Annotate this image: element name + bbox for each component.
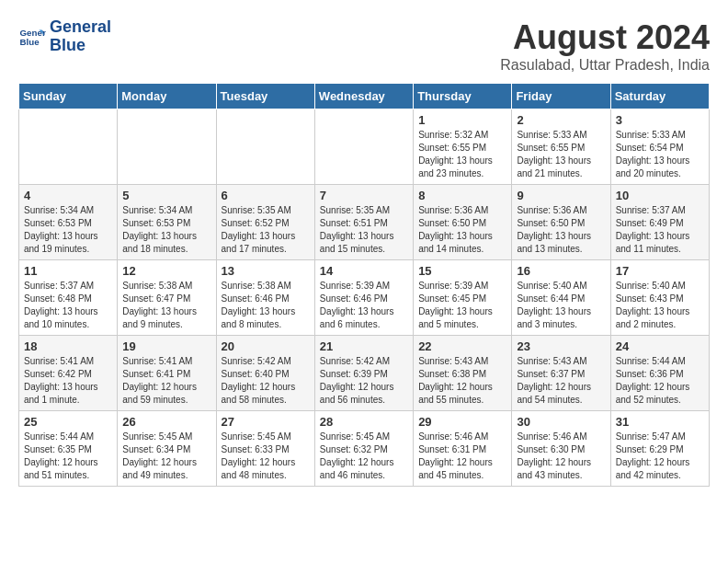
calendar-table: SundayMondayTuesdayWednesdayThursdayFrid… (18, 83, 710, 487)
day-number: 11 (24, 264, 112, 278)
day-info: Sunrise: 5:34 AM Sunset: 6:53 PM Dayligh… (122, 204, 210, 256)
day-number: 2 (517, 113, 605, 127)
day-number: 1 (418, 113, 506, 127)
calendar-cell: 2Sunrise: 5:33 AM Sunset: 6:55 PM Daylig… (512, 109, 610, 185)
day-info: Sunrise: 5:37 AM Sunset: 6:49 PM Dayligh… (616, 204, 704, 256)
calendar-cell: 4Sunrise: 5:34 AM Sunset: 6:53 PM Daylig… (19, 185, 118, 260)
calendar-cell (19, 109, 118, 185)
day-info: Sunrise: 5:35 AM Sunset: 6:51 PM Dayligh… (320, 204, 408, 256)
title-section: August 2024 Rasulabad, Uttar Pradesh, In… (500, 18, 710, 74)
calendar-cell: 26Sunrise: 5:45 AM Sunset: 6:34 PM Dayli… (118, 411, 216, 487)
calendar-cell: 17Sunrise: 5:40 AM Sunset: 6:43 PM Dayli… (610, 260, 709, 336)
calendar-cell: 27Sunrise: 5:45 AM Sunset: 6:33 PM Dayli… (216, 411, 314, 487)
day-number: 4 (24, 189, 112, 202)
calendar-cell: 31Sunrise: 5:47 AM Sunset: 6:29 PM Dayli… (610, 411, 709, 487)
day-info: Sunrise: 5:47 AM Sunset: 6:29 PM Dayligh… (616, 431, 704, 482)
day-info: Sunrise: 5:37 AM Sunset: 6:48 PM Dayligh… (24, 280, 112, 331)
day-number: 31 (616, 415, 704, 429)
day-info: Sunrise: 5:35 AM Sunset: 6:52 PM Dayligh… (222, 204, 310, 256)
day-number: 13 (222, 264, 310, 278)
calendar-cell (314, 109, 413, 185)
day-info: Sunrise: 5:45 AM Sunset: 6:33 PM Dayligh… (222, 431, 310, 482)
logo-text: General Blue (50, 18, 111, 55)
day-number: 7 (320, 189, 408, 202)
svg-text:Blue: Blue (20, 37, 40, 47)
day-number: 6 (222, 189, 310, 202)
day-number: 9 (517, 189, 605, 202)
calendar-cell: 5Sunrise: 5:34 AM Sunset: 6:53 PM Daylig… (118, 185, 216, 260)
day-number: 5 (122, 189, 210, 202)
weekday-header-monday: Monday (118, 84, 216, 109)
calendar-week-row: 25Sunrise: 5:44 AM Sunset: 6:35 PM Dayli… (19, 411, 710, 487)
day-info: Sunrise: 5:45 AM Sunset: 6:34 PM Dayligh… (122, 431, 210, 482)
calendar-cell: 20Sunrise: 5:42 AM Sunset: 6:40 PM Dayli… (216, 336, 314, 411)
day-number: 25 (24, 415, 112, 429)
weekday-header-friday: Friday (512, 84, 610, 109)
day-number: 21 (320, 339, 408, 353)
calendar-cell: 28Sunrise: 5:45 AM Sunset: 6:32 PM Dayli… (314, 411, 413, 487)
day-info: Sunrise: 5:40 AM Sunset: 6:44 PM Dayligh… (517, 280, 605, 331)
calendar-cell: 10Sunrise: 5:37 AM Sunset: 6:49 PM Dayli… (610, 185, 709, 260)
calendar-cell: 14Sunrise: 5:39 AM Sunset: 6:46 PM Dayli… (314, 260, 413, 336)
day-number: 22 (418, 339, 506, 353)
day-number: 30 (517, 415, 605, 429)
day-info: Sunrise: 5:41 AM Sunset: 6:42 PM Dayligh… (24, 355, 112, 407)
day-info: Sunrise: 5:41 AM Sunset: 6:41 PM Dayligh… (122, 355, 210, 407)
calendar-cell: 25Sunrise: 5:44 AM Sunset: 6:35 PM Dayli… (19, 411, 118, 487)
logo-icon: General Blue (18, 23, 46, 51)
day-info: Sunrise: 5:32 AM Sunset: 6:55 PM Dayligh… (418, 129, 506, 180)
day-info: Sunrise: 5:36 AM Sunset: 6:50 PM Dayligh… (517, 204, 605, 256)
calendar-body: 1Sunrise: 5:32 AM Sunset: 6:55 PM Daylig… (19, 109, 710, 487)
calendar-week-row: 11Sunrise: 5:37 AM Sunset: 6:48 PM Dayli… (19, 260, 710, 336)
day-number: 26 (122, 415, 210, 429)
calendar-cell: 24Sunrise: 5:44 AM Sunset: 6:36 PM Dayli… (610, 336, 709, 411)
day-number: 28 (320, 415, 408, 429)
day-info: Sunrise: 5:33 AM Sunset: 6:54 PM Dayligh… (616, 129, 704, 180)
weekday-header-saturday: Saturday (610, 84, 709, 109)
day-info: Sunrise: 5:44 AM Sunset: 6:35 PM Dayligh… (24, 431, 112, 482)
day-number: 14 (320, 264, 408, 278)
logo: General Blue General Blue (18, 18, 111, 55)
day-info: Sunrise: 5:46 AM Sunset: 6:31 PM Dayligh… (418, 431, 506, 482)
day-number: 20 (222, 339, 310, 353)
day-number: 24 (616, 339, 704, 353)
day-number: 3 (616, 113, 704, 127)
day-info: Sunrise: 5:36 AM Sunset: 6:50 PM Dayligh… (418, 204, 506, 256)
calendar-week-row: 1Sunrise: 5:32 AM Sunset: 6:55 PM Daylig… (19, 109, 710, 185)
calendar-cell: 21Sunrise: 5:42 AM Sunset: 6:39 PM Dayli… (314, 336, 413, 411)
calendar-cell: 1Sunrise: 5:32 AM Sunset: 6:55 PM Daylig… (414, 109, 512, 185)
day-info: Sunrise: 5:40 AM Sunset: 6:43 PM Dayligh… (616, 280, 704, 331)
day-number: 29 (418, 415, 506, 429)
calendar-cell: 16Sunrise: 5:40 AM Sunset: 6:44 PM Dayli… (512, 260, 610, 336)
day-number: 27 (222, 415, 310, 429)
day-info: Sunrise: 5:34 AM Sunset: 6:53 PM Dayligh… (24, 204, 112, 256)
calendar-cell: 11Sunrise: 5:37 AM Sunset: 6:48 PM Dayli… (19, 260, 118, 336)
calendar-cell: 15Sunrise: 5:39 AM Sunset: 6:45 PM Dayli… (414, 260, 512, 336)
calendar-cell: 9Sunrise: 5:36 AM Sunset: 6:50 PM Daylig… (512, 185, 610, 260)
calendar-cell: 22Sunrise: 5:43 AM Sunset: 6:38 PM Dayli… (414, 336, 512, 411)
calendar-cell: 30Sunrise: 5:46 AM Sunset: 6:30 PM Dayli… (512, 411, 610, 487)
weekday-header-wednesday: Wednesday (314, 84, 413, 109)
calendar-cell: 23Sunrise: 5:43 AM Sunset: 6:37 PM Dayli… (512, 336, 610, 411)
day-number: 18 (24, 339, 112, 353)
day-number: 19 (122, 339, 210, 353)
calendar-cell: 29Sunrise: 5:46 AM Sunset: 6:31 PM Dayli… (414, 411, 512, 487)
day-number: 15 (418, 264, 506, 278)
day-number: 16 (517, 264, 605, 278)
header: General Blue General Blue August 2024 Ra… (18, 18, 710, 74)
calendar-cell: 3Sunrise: 5:33 AM Sunset: 6:54 PM Daylig… (610, 109, 709, 185)
day-info: Sunrise: 5:44 AM Sunset: 6:36 PM Dayligh… (616, 355, 704, 407)
calendar-cell: 6Sunrise: 5:35 AM Sunset: 6:52 PM Daylig… (216, 185, 314, 260)
calendar-cell: 8Sunrise: 5:36 AM Sunset: 6:50 PM Daylig… (414, 185, 512, 260)
day-number: 17 (616, 264, 704, 278)
weekday-header-row: SundayMondayTuesdayWednesdayThursdayFrid… (19, 84, 710, 109)
day-info: Sunrise: 5:38 AM Sunset: 6:46 PM Dayligh… (222, 280, 310, 331)
calendar-cell: 13Sunrise: 5:38 AM Sunset: 6:46 PM Dayli… (216, 260, 314, 336)
calendar-cell: 19Sunrise: 5:41 AM Sunset: 6:41 PM Dayli… (118, 336, 216, 411)
calendar-header: SundayMondayTuesdayWednesdayThursdayFrid… (19, 84, 710, 109)
day-number: 8 (418, 189, 506, 202)
day-info: Sunrise: 5:33 AM Sunset: 6:55 PM Dayligh… (517, 129, 605, 180)
calendar-week-row: 4Sunrise: 5:34 AM Sunset: 6:53 PM Daylig… (19, 185, 710, 260)
day-number: 23 (517, 339, 605, 353)
calendar-cell (216, 109, 314, 185)
